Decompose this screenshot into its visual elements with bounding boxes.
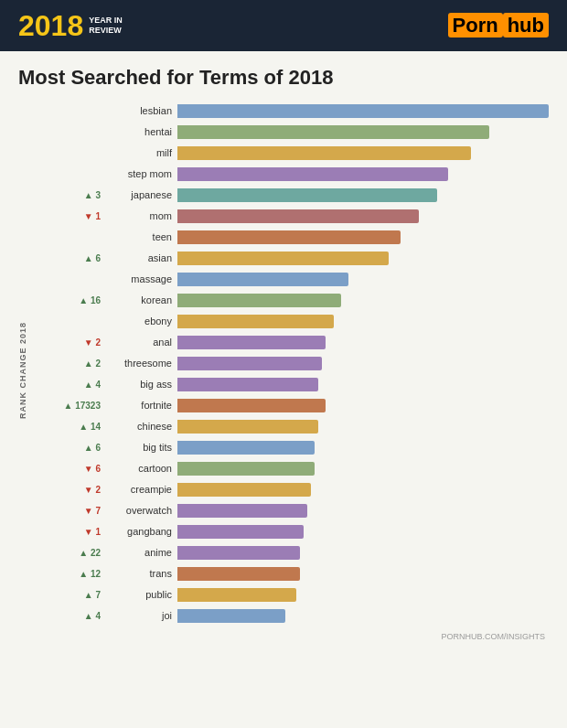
up-arrow-icon: ▲ <box>84 380 96 390</box>
bar-container <box>177 292 549 308</box>
bar <box>177 125 489 139</box>
term-label: milf <box>104 147 177 158</box>
bar-container <box>177 439 549 455</box>
logo-hub: hub <box>503 13 549 37</box>
rank-change: ▲ 17323 <box>31 401 104 411</box>
bar <box>177 209 419 223</box>
table-row: ▲ 2threesome <box>31 353 549 373</box>
bar-container <box>177 586 549 603</box>
bar-container <box>177 565 549 582</box>
term-label: public <box>104 589 177 600</box>
up-arrow-icon: ▲ <box>79 295 91 305</box>
rank-change: ▼ 2 <box>31 485 104 495</box>
page-title: Most Searched for Terms of 2018 <box>18 66 549 90</box>
table-row: milf <box>31 143 549 163</box>
bar-container <box>177 355 549 371</box>
down-arrow-icon: ▼ <box>84 464 96 474</box>
table-row: hentai <box>31 122 549 142</box>
rank-change: ▲ 16 <box>31 295 104 305</box>
bar-container <box>177 102 549 119</box>
bar <box>177 357 322 370</box>
table-row: ▲ 12trans <box>31 563 549 583</box>
rank-change: ▲ 12 <box>31 569 104 579</box>
bar-container <box>177 313 549 329</box>
bar <box>177 399 326 412</box>
chart-wrapper: RANK CHANGE 2018 lesbianhentaimilfstep m… <box>18 101 549 626</box>
rank-change: ▼ 1 <box>31 527 104 537</box>
bar <box>177 504 307 518</box>
bar-container <box>177 502 549 519</box>
rank-change: ▲ 7 <box>31 590 104 600</box>
bar <box>177 525 304 539</box>
term-label: korean <box>104 294 177 305</box>
rank-change: ▲ 6 <box>31 253 104 263</box>
term-label: anime <box>104 547 177 558</box>
bar <box>177 567 300 581</box>
term-label: big tits <box>104 442 177 453</box>
term-label: japanese <box>104 189 177 200</box>
bar-container <box>177 123 549 140</box>
up-arrow-icon: ▲ <box>79 422 91 432</box>
year-text: 2018 <box>18 11 83 40</box>
table-row: ▼ 2anal <box>31 332 549 352</box>
term-label: overwatch <box>104 505 177 516</box>
bar-container <box>177 187 549 203</box>
bar <box>177 104 549 118</box>
footer-url: PORNHUB.COM/INSIGHTS <box>18 632 549 641</box>
table-row: ▼ 1gangbang <box>31 521 549 541</box>
bar <box>177 273 348 286</box>
bar <box>177 336 326 349</box>
bar <box>177 378 318 391</box>
term-label: gangbang <box>104 526 177 537</box>
bar-container <box>177 166 549 182</box>
down-arrow-icon: ▼ <box>84 211 96 221</box>
term-label: cartoon <box>104 463 177 474</box>
table-row: ▲ 22anime <box>31 542 549 562</box>
down-arrow-icon: ▼ <box>84 506 96 516</box>
table-row: lesbian <box>31 101 549 121</box>
term-label: lesbian <box>104 105 177 116</box>
term-label: massage <box>104 273 177 284</box>
bar-container <box>177 418 549 434</box>
rank-change: ▲ 14 <box>31 422 104 432</box>
table-row: ▲ 7public <box>31 584 549 605</box>
rank-change: ▼ 1 <box>31 211 104 221</box>
up-arrow-icon: ▲ <box>79 548 91 558</box>
table-row: ▲ 6asian <box>31 248 549 268</box>
term-label: hentai <box>104 126 177 137</box>
bar-container <box>177 397 549 413</box>
rank-change: ▲ 4 <box>31 380 104 390</box>
rank-change: ▲ 4 <box>31 611 104 621</box>
bar <box>177 420 318 434</box>
table-row: ▲ 16korean <box>31 290 549 310</box>
up-arrow-icon: ▲ <box>84 590 96 600</box>
table-row: ebony <box>31 311 549 331</box>
table-row: ▼ 6cartoon <box>31 458 549 478</box>
rank-change: ▼ 7 <box>31 506 104 516</box>
bars-container: lesbianhentaimilfstep mom▲ 3japanese▼ 1m… <box>31 101 549 626</box>
term-label: creampie <box>104 484 177 495</box>
bar-container <box>177 376 549 392</box>
bar-container <box>177 334 549 350</box>
bar-container <box>177 208 549 224</box>
bar <box>177 188 437 202</box>
bar <box>177 609 285 623</box>
bar-container <box>177 460 549 476</box>
rank-change: ▲ 22 <box>31 548 104 558</box>
bar <box>177 441 315 455</box>
bar <box>177 230 401 244</box>
bar <box>177 294 341 307</box>
table-row: teen <box>31 227 549 247</box>
term-label: threesome <box>104 358 177 369</box>
table-row: ▼ 7overwatch <box>31 500 549 520</box>
down-arrow-icon: ▼ <box>84 485 96 495</box>
logo-text: Porn <box>448 13 503 37</box>
up-arrow-icon: ▲ <box>64 401 76 411</box>
bar <box>177 546 300 560</box>
table-row: ▲ 17323fortnite <box>31 395 549 415</box>
rank-change: ▼ 2 <box>31 337 104 348</box>
term-label: step mom <box>104 168 177 179</box>
bar <box>177 146 471 160</box>
bar <box>177 462 315 476</box>
rank-change: ▲ 6 <box>31 443 104 453</box>
